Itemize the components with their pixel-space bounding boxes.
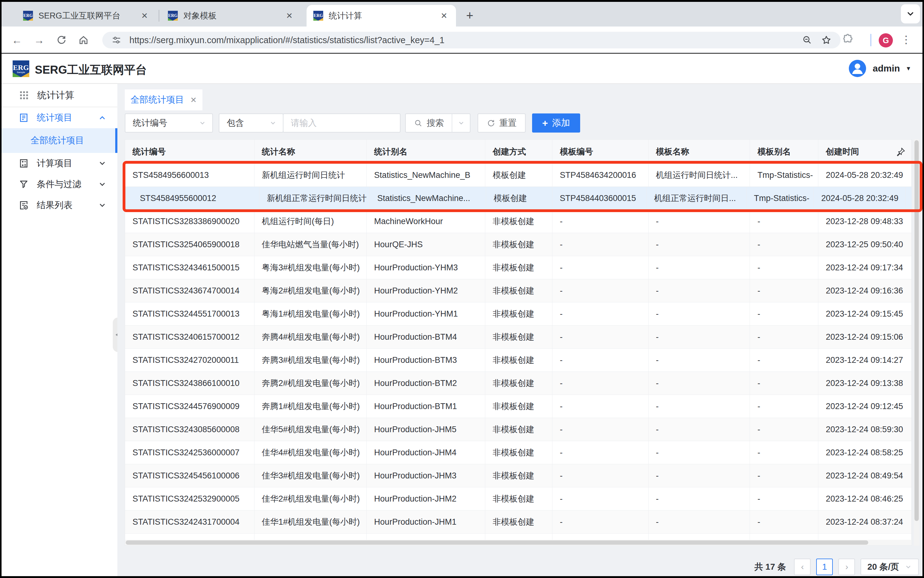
cell: STATISTICS3254065900018 — [125, 233, 254, 256]
table-row[interactable]: STATISTICS3242431700004佳华1#机组发电量(每小时)Hou… — [125, 510, 912, 534]
cell: 机组运行时间日统计... — [649, 164, 750, 187]
column-header: 统计编号 — [125, 140, 254, 163]
browser-tab-active[interactable]: ERG 统计计算 ✕ — [307, 5, 456, 26]
reload-icon[interactable] — [55, 33, 68, 47]
table-row[interactable]: STATISTICS3242536000007佳华4#机组发电量(每小时)Hou… — [125, 441, 912, 464]
browser-menu-icon[interactable]: ⋮ — [901, 33, 911, 45]
cell: - — [649, 464, 750, 487]
pagination: 共 17 条 ‹ 1 › 20 条/页 — [754, 559, 919, 575]
cell: STP4584403600015 — [552, 187, 647, 209]
home-icon[interactable] — [77, 33, 90, 47]
browser-tab-2[interactable]: ERG 对象模板 ✕ — [161, 5, 301, 26]
field-select[interactable]: 统计编号 — [125, 114, 213, 133]
cell: - — [649, 210, 750, 233]
search-label: 搜索 — [427, 117, 444, 129]
prev-page-button[interactable]: ‹ — [794, 559, 811, 575]
forward-icon[interactable]: → — [32, 33, 46, 47]
chevron-down-icon — [269, 119, 277, 127]
chevron-down-icon[interactable] — [458, 119, 465, 127]
tab-close-icon[interactable]: ✕ — [439, 10, 449, 21]
table-row[interactable]: STATISTICS3243674700014粤海2#机组发电量(每小时)Hou… — [125, 279, 912, 302]
cell: 2024-05-28 20:32:49 — [818, 164, 912, 187]
url-bar[interactable]: https://serg.mixyun.com/mixapplication/#… — [102, 32, 840, 49]
total-count: 共 17 条 — [754, 561, 786, 573]
scrollbar-thumb[interactable] — [914, 140, 919, 521]
sidebar-app-row[interactable]: 统计计算 — [2, 84, 117, 107]
sidebar-item-calc-items[interactable]: 计算项目 — [2, 153, 117, 174]
table-row[interactable]: STATISTICS3243085600008佳华5#机组发电量(每小时)Hou… — [125, 418, 912, 441]
cell: 非模板创建 — [485, 302, 552, 325]
table-row[interactable]: STATISTICS3240615700012奔腾4#机组发电量(每小时)Hou… — [125, 326, 912, 349]
table-row[interactable]: STATISTICS3245456100006佳华3#机组发电量(每小时)Hou… — [125, 464, 912, 487]
pin-icon[interactable] — [896, 147, 906, 157]
cell: - — [552, 233, 649, 256]
field-select-value: 统计编号 — [133, 117, 167, 129]
cell: - — [750, 372, 818, 395]
chevron-down-icon — [905, 563, 912, 571]
cell: - — [750, 510, 818, 533]
sidebar-item-conditions-filters[interactable]: 条件与过滤 — [2, 174, 117, 195]
cell: - — [750, 441, 818, 464]
current-page-button[interactable]: 1 — [816, 559, 833, 575]
cell: HourProduction-YHM1 — [367, 302, 485, 325]
profile-avatar[interactable]: G — [879, 33, 893, 47]
browser-tab-1[interactable]: ERG SERG工业互联网平台 ✕ — [16, 5, 157, 26]
sidebar-item-statistics-items[interactable]: 统计项目 — [2, 107, 117, 128]
add-button[interactable]: + 添加 — [532, 114, 580, 133]
bookmark-star-icon[interactable] — [820, 34, 832, 46]
tab-close-icon[interactable]: ✕ — [284, 10, 295, 21]
cell: 非模板创建 — [485, 256, 552, 279]
cell: HourProduction-JHM5 — [367, 418, 485, 441]
page-tab-close-icon[interactable]: ✕ — [190, 96, 197, 104]
cell: - — [750, 302, 818, 325]
cell: - — [552, 441, 649, 464]
site-settings-icon[interactable] — [110, 34, 123, 46]
cell: 2023-12-24 08:46:25 — [818, 487, 912, 510]
table-row[interactable]: STS4584956600013新机组运行时间日统计Statistics_New… — [125, 164, 912, 187]
cell: - — [552, 256, 649, 279]
next-page-button[interactable]: › — [838, 559, 855, 575]
reset-button[interactable]: 重置 — [477, 114, 526, 133]
cell: Tmp-Statistics- — [750, 164, 818, 187]
sidebar-item-all-statistics[interactable]: 全部统计项目 — [2, 128, 117, 153]
scrollbar-thumb[interactable] — [126, 541, 868, 545]
back-icon[interactable]: ← — [10, 33, 24, 47]
operator-select[interactable]: 包含 — [219, 114, 283, 133]
cell: 粤海2#机组发电量(每小时) — [254, 279, 367, 302]
page-size-select[interactable]: 20 条/页 — [861, 559, 919, 575]
table-row[interactable]: STATISTICS3243866100010奔腾2#机组发电量(每小时)Hou… — [125, 372, 912, 395]
extensions-icon[interactable] — [842, 33, 855, 46]
sidebar-item-label: 结果列表 — [37, 199, 73, 211]
user-menu[interactable]: admin ▾ — [849, 60, 910, 77]
tab-strip: ERG SERG工业互联网平台 ✕ ERG 对象模板 ✕ ERG 统计计算 ✕ … — [2, 2, 922, 26]
cell: 佳华3#机组发电量(每小时) — [254, 464, 367, 487]
new-tab-button[interactable]: + — [466, 9, 473, 23]
vertical-scrollbar[interactable] — [914, 139, 919, 546]
table-row[interactable]: STATISTICS3243461500015粤海3#机组发电量(每小时)Hou… — [125, 256, 912, 279]
table-row[interactable]: STATISTICS3254065900018佳华电站燃气当量(每小时)Hour… — [125, 233, 912, 256]
tab-label: 统计计算 — [329, 10, 433, 21]
plus-icon: + — [542, 117, 548, 129]
tab-close-icon[interactable]: ✕ — [139, 10, 150, 21]
horizontal-scrollbar[interactable] — [125, 540, 912, 546]
table-row[interactable]: STATISTICS3244576900009奔腾1#机组发电量(每小时)Hou… — [125, 395, 912, 418]
cell: 佳华4#机组发电量(每小时) — [254, 441, 367, 464]
table-row[interactable]: STATISTICS3242532900005佳华2#机组发电量(每小时)Hou… — [125, 487, 912, 510]
sidebar-item-result-list[interactable]: 结果列表 — [2, 195, 117, 216]
filter-value-input[interactable]: 请输入 — [283, 114, 401, 133]
url-text: https://serg.mixyun.com/mixapplication/#… — [129, 35, 794, 45]
cell: 非模板创建 — [485, 464, 552, 487]
table-row[interactable]: STATISTICS3242702000011奔腾3#机组发电量(每小时)Hou… — [125, 349, 912, 372]
zoom-out-icon[interactable] — [801, 34, 813, 46]
page-tab-all-statistics[interactable]: 全部统计项目 ✕ — [125, 89, 202, 110]
tab-search-button[interactable] — [901, 4, 920, 23]
document-check-icon — [19, 200, 29, 210]
cell: STATISTICS3243461500015 — [125, 256, 254, 279]
table-row[interactable]: STS4584955600012新机组正常运行时间日统计Statistics_N… — [125, 187, 912, 210]
chevron-down-icon — [98, 180, 106, 188]
search-button[interactable]: 搜索 — [405, 114, 471, 133]
cell: - — [552, 349, 649, 372]
table-row[interactable]: STATISTICS3283386900020机组运行时间(每日)Machine… — [125, 210, 912, 233]
cell: STATISTICS3242536000007 — [125, 441, 254, 464]
table-row[interactable]: STATISTICS3244551700013粤海1#机组发电量(每小时)Hou… — [125, 302, 912, 326]
